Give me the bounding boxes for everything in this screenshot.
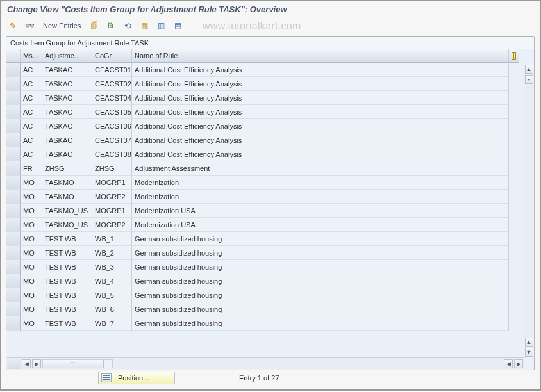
cell-adjustme[interactable]: TEST WB — [42, 288, 92, 302]
row-handle[interactable] — [6, 218, 21, 232]
vertical-scrollbar[interactable]: ▲ ▪ ▲ ▼ — [524, 65, 533, 357]
row-handle[interactable] — [6, 246, 21, 260]
cell-adjustme[interactable]: TEST WB — [42, 246, 92, 260]
cell-ms[interactable]: MO — [21, 274, 42, 288]
hscroll-track[interactable]: ::: — [42, 359, 113, 368]
cell-ms[interactable]: MO — [21, 260, 42, 274]
row-handle[interactable] — [6, 288, 21, 302]
cell-adjustme[interactable]: TEST WB — [42, 302, 92, 316]
cell-cogr[interactable]: CEACST07 — [92, 133, 132, 147]
cell-name[interactable]: German subsidized housing — [132, 232, 509, 246]
copy-as-button[interactable]: 🗐 — [87, 19, 101, 32]
cell-adjustme[interactable]: TEST WB — [42, 274, 92, 288]
cell-cogr[interactable]: ZHSG — [92, 161, 132, 176]
cell-name[interactable]: Adjustment Assessment — [132, 161, 509, 176]
row-handle[interactable] — [6, 232, 21, 246]
cell-ms[interactable]: MO — [21, 316, 42, 331]
cell-name[interactable]: Additional Cost Efficiency Analysis — [132, 63, 509, 77]
hscroll-thumb[interactable]: ::: — [43, 360, 104, 368]
header-ms[interactable]: Ms... — [21, 49, 42, 63]
row-handle[interactable] — [6, 147, 21, 161]
cell-name[interactable]: Modernization — [132, 190, 509, 204]
scroll-down-arrow[interactable]: ▼ — [525, 348, 533, 357]
row-handle[interactable] — [6, 63, 21, 77]
cell-cogr[interactable]: WB_4 — [92, 274, 132, 288]
header-adjustme[interactable]: Adjustme... — [42, 49, 92, 63]
cell-cogr[interactable]: WB_7 — [92, 316, 132, 331]
cell-adjustme[interactable]: TASKAC — [42, 77, 92, 91]
cell-cogr[interactable]: WB_2 — [92, 246, 132, 260]
cell-ms[interactable]: MO — [21, 218, 42, 232]
row-handle[interactable] — [6, 302, 21, 316]
cell-cogr[interactable]: WB_1 — [92, 232, 132, 246]
cell-ms[interactable]: MO — [21, 288, 42, 302]
undo-button[interactable]: ⟲ — [121, 19, 135, 32]
cell-ms[interactable]: MO — [21, 232, 42, 246]
cell-adjustme[interactable]: TASKMO — [42, 176, 92, 190]
cell-adjustme[interactable]: TASKAC — [42, 63, 92, 77]
header-name[interactable]: Name of Rule — [132, 49, 509, 63]
row-handle[interactable] — [6, 204, 21, 218]
cell-name[interactable]: Additional Cost Efficiency Analysis — [132, 77, 509, 91]
scroll-thumb-top[interactable]: ▪ — [525, 75, 533, 84]
table-settings-button[interactable] — [509, 49, 519, 63]
delete-button[interactable]: 🗎 — [104, 19, 118, 32]
cell-name[interactable]: Modernization USA — [132, 204, 509, 218]
position-button[interactable]: Position... — [98, 372, 175, 384]
row-handle[interactable] — [6, 91, 21, 105]
scroll-thumb-bottom[interactable]: ▲ — [525, 338, 533, 347]
cell-ms[interactable]: AC — [21, 147, 42, 161]
row-handle[interactable] — [6, 119, 21, 133]
cell-cogr[interactable]: WB_3 — [92, 260, 132, 274]
row-handle[interactable] — [6, 176, 21, 190]
cell-ms[interactable]: AC — [21, 91, 42, 105]
cell-name[interactable]: Additional Cost Efficiency Analysis — [132, 147, 509, 161]
row-handle[interactable] — [6, 260, 21, 274]
cell-cogr[interactable]: CEACST06 — [92, 119, 132, 133]
row-handle[interactable] — [6, 77, 21, 91]
row-handle[interactable] — [6, 133, 21, 147]
cell-name[interactable]: Additional Cost Efficiency Analysis — [132, 91, 509, 105]
cell-ms[interactable]: AC — [21, 63, 42, 77]
cell-name[interactable]: Modernization — [132, 176, 509, 190]
cell-name[interactable]: Additional Cost Efficiency Analysis — [132, 119, 509, 133]
hscroll-left-arrow[interactable]: ◀ — [22, 359, 31, 368]
cell-cogr[interactable]: CEACST02 — [92, 77, 132, 91]
scroll-up-arrow[interactable]: ▲ — [525, 65, 533, 74]
cell-name[interactable]: Additional Cost Efficiency Analysis — [132, 105, 509, 119]
cell-adjustme[interactable]: TEST WB — [42, 316, 92, 331]
cell-name[interactable]: Additional Cost Efficiency Analysis — [132, 133, 509, 147]
cell-adjustme[interactable]: TEST WB — [42, 260, 92, 274]
cell-ms[interactable]: MO — [21, 176, 42, 190]
cell-name[interactable]: German subsidized housing — [132, 316, 509, 331]
cell-ms[interactable]: AC — [21, 105, 42, 119]
cell-ms[interactable]: AC — [21, 119, 42, 133]
row-handle[interactable] — [6, 274, 21, 288]
cell-cogr[interactable]: MOGRP1 — [92, 204, 132, 218]
row-handle[interactable] — [6, 316, 21, 331]
cell-cogr[interactable]: CEACST04 — [92, 91, 132, 105]
cell-cogr[interactable]: MOGRP2 — [92, 218, 132, 232]
cell-ms[interactable]: MO — [21, 302, 42, 316]
cell-adjustme[interactable]: TASKMO — [42, 190, 92, 204]
cell-ms[interactable]: MO — [21, 190, 42, 204]
cell-adjustme[interactable]: ZHSG — [42, 161, 92, 176]
cell-cogr[interactable]: WB_6 — [92, 302, 132, 316]
cell-name[interactable]: German subsidized housing — [132, 260, 509, 274]
cell-name[interactable]: German subsidized housing — [132, 246, 509, 260]
cell-cogr[interactable]: CEACST08 — [92, 147, 132, 161]
cell-adjustme[interactable]: TASKMO_US — [42, 218, 92, 232]
cell-cogr[interactable]: CEACST01 — [92, 63, 132, 77]
hscroll-left-arrow-2[interactable]: ▶ — [32, 359, 41, 368]
select-block-button[interactable]: ▥ — [154, 19, 168, 32]
cell-adjustme[interactable]: TASKAC — [42, 119, 92, 133]
cell-ms[interactable]: AC — [21, 77, 42, 91]
new-entries-button[interactable]: New Entries — [39, 20, 85, 31]
cell-ms[interactable]: AC — [21, 133, 42, 147]
cell-adjustme[interactable]: TEST WB — [42, 232, 92, 246]
toggle-change-button[interactable]: ✎ — [6, 19, 20, 32]
cell-name[interactable]: German subsidized housing — [132, 302, 509, 316]
cell-cogr[interactable]: MOGRP1 — [92, 176, 132, 190]
horizontal-scrollbar[interactable]: ◀ ▶ ::: ◀ ▶ — [7, 357, 524, 369]
header-cogr[interactable]: CoGr — [92, 49, 132, 63]
